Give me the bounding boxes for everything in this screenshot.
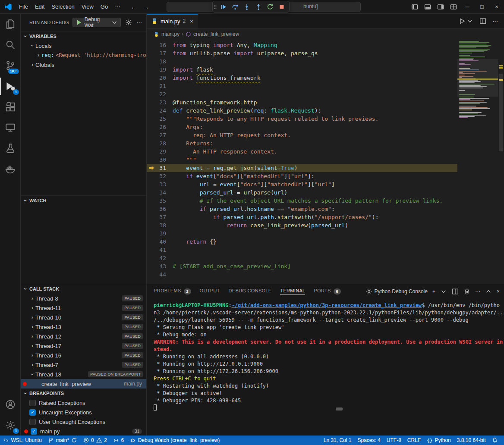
callstack-thread-row[interactable]: ›Thread-11PAUSED [21, 303, 146, 313]
gutter-glyph[interactable] [147, 107, 156, 115]
close-panel-icon[interactable]: × [497, 288, 500, 295]
callstack-thread-row[interactable]: ›Thread-12PAUSED [21, 332, 146, 341]
breakpoint-checkbox[interactable] [29, 400, 36, 406]
more-actions-icon[interactable]: ⋯ [136, 19, 142, 26]
ports-status[interactable]: 6 [110, 436, 127, 445]
code-line-31[interactable]: 31 event = req.get_json(silent=True) [147, 164, 457, 172]
code-line-36[interactable]: 36 if parsed_url.hostname == "example.co… [147, 205, 457, 213]
line-number[interactable]: 34 [156, 188, 173, 197]
eol[interactable]: CRLF [404, 436, 424, 445]
split-editor-icon[interactable] [479, 18, 486, 25]
indentation[interactable]: Spaces: 4 [354, 436, 383, 445]
gutter-glyph[interactable] [147, 238, 156, 246]
line-number[interactable]: 35 [156, 197, 173, 205]
callstack-thread-row[interactable]: ›Thread-10PAUSED [21, 313, 146, 322]
callstack-thread-row[interactable]: ›Thread-18PAUSED ON BREAKPOINT [21, 370, 146, 379]
gutter-glyph[interactable] [147, 213, 156, 221]
branch-status[interactable]: main* [45, 436, 80, 445]
line-number[interactable]: 21 [156, 82, 173, 90]
terminal-instance[interactable]: Python Debug Console [365, 288, 428, 295]
gutter-glyph[interactable] [147, 49, 156, 57]
line-number[interactable]: 30 [156, 156, 173, 164]
line-number[interactable]: 43 [156, 262, 173, 270]
line-number[interactable]: 42 [156, 254, 173, 262]
activity-extensions[interactable] [0, 97, 21, 117]
code-line-22[interactable]: 22 [147, 90, 457, 98]
toggle-panel-icon[interactable] [421, 0, 434, 14]
gutter-glyph[interactable] [147, 66, 156, 74]
gutter-glyph[interactable] [147, 131, 156, 139]
toggle-sidebar-icon[interactable] [408, 0, 421, 14]
toggle-secondary-sidebar-icon[interactable] [434, 0, 447, 14]
gutter-glyph[interactable] [147, 41, 156, 49]
gutter-glyph[interactable] [147, 115, 156, 123]
code-line-21[interactable]: 21 [147, 82, 457, 90]
breakpoint-checkbox[interactable] [29, 419, 36, 425]
gutter-glyph[interactable] [147, 139, 156, 147]
line-number[interactable]: 27 [156, 131, 173, 139]
code-line-37[interactable]: 37 if parsed_url.path.startswith("/suppo… [147, 213, 457, 221]
maximize-panel-icon[interactable] [485, 288, 492, 295]
cursor-position[interactable]: Ln 31, Col 1 [321, 436, 355, 445]
minimize-button[interactable]: ─ [460, 0, 475, 14]
gutter-glyph[interactable] [147, 270, 156, 279]
debug-settings-gear-icon[interactable] [125, 19, 132, 26]
variables-header[interactable]: › VARIABLES [21, 31, 146, 41]
watch-header[interactable]: › WATCH [21, 196, 146, 205]
breadcrumb-file[interactable]: main.py [161, 31, 180, 37]
breakpoints-header[interactable]: › BREAKPOINTS [21, 389, 146, 398]
line-number[interactable]: 39 [156, 229, 173, 238]
gutter-glyph[interactable] [147, 90, 156, 98]
menu-file[interactable]: File [16, 0, 32, 13]
kill-terminal-icon[interactable] [463, 288, 470, 295]
minimap-slider[interactable] [457, 59, 498, 97]
code-line-24[interactable]: 24def create_link_preview(req: flask.Req… [147, 107, 457, 115]
line-number[interactable]: 33 [156, 180, 173, 188]
start-debug-icon[interactable] [76, 19, 82, 26]
breakpoint-row[interactable]: User Uncaught Exceptions [21, 417, 146, 426]
debug-status[interactable]: Debug Watch (create_link_preview) [127, 436, 223, 445]
line-number[interactable]: 32 [156, 172, 173, 180]
drag-grip-icon[interactable] [214, 3, 217, 10]
gutter-glyph[interactable] [147, 197, 156, 205]
breadcrumb-symbol[interactable]: create_link_preview [193, 31, 239, 37]
remote-indicator[interactable]: WSL: Ubuntu [0, 436, 45, 445]
variables-scope-globals[interactable]: › Globals [21, 60, 146, 69]
line-number[interactable]: 28 [156, 139, 173, 147]
code-line-34[interactable]: 34 parsed_url = urlparse(url) [147, 188, 457, 197]
callstack-thread-row[interactable]: ›Thread-17PAUSED [21, 341, 146, 351]
panel-tab-debug-console[interactable]: DEBUG CONSOLE [229, 288, 272, 295]
activity-accounts[interactable] [0, 394, 21, 415]
close-window-button[interactable]: × [489, 0, 504, 14]
stack-frame-row[interactable]: create_link_previewmain.py [21, 379, 146, 389]
code-line-27[interactable]: 27 req: An HTTP request context. [147, 131, 457, 139]
breakpoint-checkbox[interactable]: ✓ [31, 428, 37, 435]
run-python-file-icon[interactable] [459, 18, 466, 25]
panel-tab-output[interactable]: OUTPUT [200, 288, 220, 295]
code-line-33[interactable]: 33 url = event["docs"]["matchedUrl"]["ur… [147, 180, 457, 188]
tab-main-py[interactable]: main.py 2 × [147, 14, 198, 28]
panel-tab-ports[interactable]: PORTS6 [314, 288, 340, 295]
activity-docker[interactable] [0, 159, 21, 179]
variables-scope-locals[interactable]: › Locals [21, 41, 146, 50]
gutter-glyph[interactable] [147, 262, 156, 270]
encoding[interactable]: UTF-8 [384, 436, 404, 445]
continue-button[interactable] [218, 2, 229, 12]
new-terminal-icon[interactable]: + [432, 288, 435, 295]
line-number[interactable]: 25 [156, 115, 173, 123]
breakpoint-row[interactable]: Raised Exceptions [21, 398, 146, 407]
code-line-23[interactable]: 23@functions_framework.http [147, 98, 457, 107]
code-line-44[interactable]: 44 [147, 270, 457, 279]
run-dropdown-icon[interactable] [466, 18, 473, 25]
tab-close-icon[interactable]: × [190, 18, 193, 25]
code-line-18[interactable]: 18 [147, 57, 457, 66]
code-line-30[interactable]: 30 """ [147, 156, 457, 164]
code-line-20[interactable]: 20import functions_framework [147, 74, 457, 82]
language-mode[interactable]: {}Python [424, 436, 454, 445]
line-number[interactable]: 41 [156, 246, 173, 254]
line-number[interactable]: 37 [156, 213, 173, 221]
gutter-glyph[interactable] [147, 82, 156, 90]
gutter-glyph[interactable] [147, 74, 156, 82]
breakpoint-checkbox[interactable]: ✓ [29, 409, 36, 416]
code-line-35[interactable]: 35 # If the event object URL matches a s… [147, 197, 457, 205]
